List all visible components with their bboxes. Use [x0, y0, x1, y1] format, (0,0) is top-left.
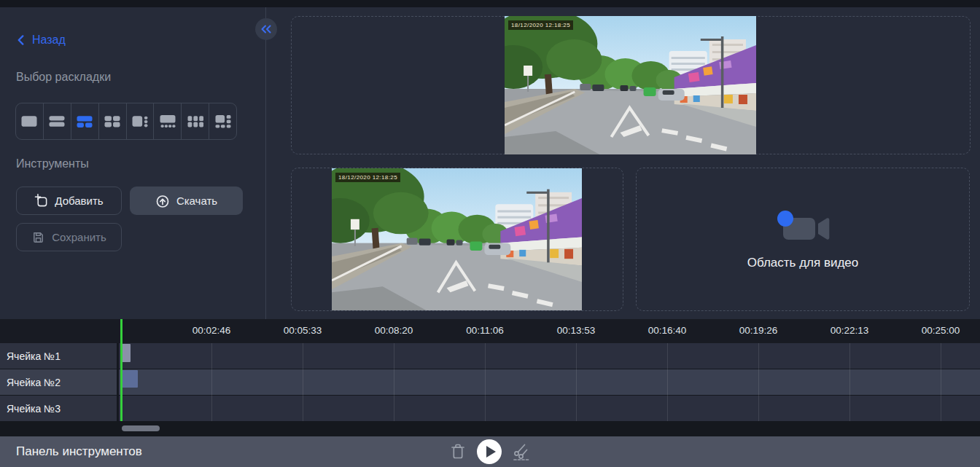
- layout-top-bar-two-bottom-icon: [75, 114, 94, 129]
- video-timestamp-overlay: 18/12/2020 12:18:25: [508, 20, 573, 30]
- playhead[interactable]: [120, 319, 122, 421]
- video-cell-3-empty[interactable]: Область для видео: [636, 168, 970, 311]
- time-tick-label: 00:13:53: [557, 325, 596, 336]
- layout-top-big-icon: [158, 114, 177, 129]
- time-tick-label: 00:02:46: [192, 325, 231, 336]
- layout-two-rows-icon: [47, 114, 66, 129]
- track-label-cell-2[interactable]: Ячейка №2: [0, 369, 117, 395]
- layout-option-two-rows[interactable]: [43, 103, 71, 139]
- time-tick-label: 00:16:40: [648, 325, 687, 336]
- layout-option-big-plus-five[interactable]: [209, 103, 236, 139]
- chevron-left-icon: [16, 34, 26, 46]
- play-icon: [486, 446, 496, 458]
- time-tick-label: 00:11:06: [466, 325, 504, 336]
- layout-option-grid-3x2[interactable]: [181, 103, 209, 139]
- layout-option-left-big-three-right[interactable]: [126, 103, 154, 139]
- time-tick-label: 00:25:00: [922, 325, 960, 336]
- time-tick-label: 00:08:20: [375, 325, 413, 336]
- video-cell-2[interactable]: 18/12/2020 12:18:25: [291, 168, 623, 311]
- track-row-3: Ячейка №3: [0, 396, 980, 421]
- street-scene-video-frame: [505, 16, 756, 154]
- add-button[interactable]: Добавить: [16, 187, 122, 215]
- track-lane-3[interactable]: [119, 396, 980, 421]
- street-scene-video-frame: [332, 168, 582, 310]
- track-row-2: Ячейка №2: [0, 369, 980, 395]
- save-button-label: Сохранить: [52, 231, 106, 243]
- back-button[interactable]: Назад: [16, 34, 66, 47]
- time-tick-label: 00:05:33: [284, 325, 322, 336]
- download-icon: [155, 194, 170, 208]
- video-editor-app: Назад Выбор раскладки: [0, 0, 980, 467]
- preview-area: 18/12/2020 12:18:25 18/12/2020 12:18:25 …: [266, 7, 980, 319]
- double-chevron-left-icon: [260, 25, 272, 34]
- tools-section-title: Инструменты: [16, 157, 89, 170]
- layout-left-big-icon: [131, 114, 149, 129]
- video-thumbnail-2[interactable]: 18/12/2020 12:18:25: [332, 168, 582, 310]
- collapse-sidebar-button[interactable]: [255, 18, 277, 40]
- toolbar-icons: [449, 436, 531, 467]
- timeline-scrollbar-handle[interactable]: [122, 425, 160, 431]
- save-button[interactable]: Сохранить: [16, 223, 122, 251]
- empty-cell-placeholder: Область для видео: [747, 256, 859, 270]
- save-icon: [31, 230, 45, 244]
- scissors-icon: [512, 442, 531, 461]
- bottom-toolbar: Панель инструментов: [0, 436, 980, 467]
- timeline-scrollbar: [0, 421, 980, 436]
- add-media-icon: [34, 194, 48, 208]
- layout-option-top-big-four-bottom[interactable]: [153, 103, 181, 139]
- add-button-label: Добавить: [55, 195, 103, 207]
- download-button[interactable]: Скачать: [130, 187, 243, 215]
- video-timestamp-overlay: 18/12/2020 12:18:25: [335, 173, 400, 182]
- timeline-tracks: Ячейка №1 Ячейка №2 Ячейка №3: [0, 343, 980, 421]
- track-row-1: Ячейка №1: [0, 343, 980, 369]
- timeline-clip[interactable]: [122, 370, 138, 388]
- timeline-ruler[interactable]: 00:02:4600:05:3300:08:2000:11:0600:13:53…: [0, 319, 980, 343]
- video-cell-1[interactable]: 18/12/2020 12:18:25: [291, 16, 971, 154]
- timeline-clip[interactable]: [122, 344, 131, 362]
- layout-option-top-bar-two-bottom[interactable]: [71, 103, 98, 139]
- window-top-strip: [0, 0, 980, 7]
- video-camera-icon: [771, 209, 834, 248]
- play-button[interactable]: [477, 439, 502, 464]
- download-button-label: Скачать: [176, 195, 217, 207]
- layout-grid-3x2-icon: [186, 114, 205, 129]
- layout-option-single[interactable]: [16, 103, 43, 139]
- layout-option-grid-2x2[interactable]: [98, 103, 126, 139]
- layout-big-plus-five-icon: [214, 114, 233, 129]
- track-lane-1[interactable]: [119, 343, 980, 369]
- time-tick-label: 00:19:26: [739, 325, 778, 336]
- cut-button[interactable]: [512, 442, 531, 461]
- back-label: Назад: [32, 34, 66, 47]
- video-thumbnail-1[interactable]: 18/12/2020 12:18:25: [505, 16, 756, 154]
- track-label-cell-3[interactable]: Ячейка №3: [0, 396, 117, 421]
- layout-single-icon: [20, 114, 39, 129]
- layout-section-title: Выбор раскладки: [16, 71, 111, 84]
- sidebar: Назад Выбор раскладки: [0, 7, 265, 319]
- track-label-cell-1[interactable]: Ячейка №1: [0, 343, 117, 369]
- time-tick-label: 00:22:13: [831, 325, 869, 336]
- layout-grid-2x2-icon: [103, 114, 122, 129]
- trash-icon: [449, 442, 467, 461]
- delete-button[interactable]: [449, 442, 467, 461]
- toolbar-title: Панель инструментов: [16, 436, 142, 467]
- layout-picker: [15, 103, 237, 140]
- track-lane-2[interactable]: [119, 369, 980, 395]
